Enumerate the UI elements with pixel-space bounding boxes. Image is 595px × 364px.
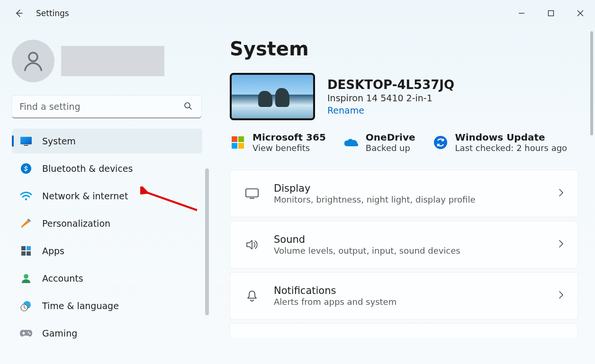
svg-rect-17 xyxy=(27,251,31,256)
close-icon xyxy=(577,10,584,17)
sidebar-item-bluetooth[interactable]: Bluetooth & devices xyxy=(12,156,202,181)
svg-rect-9 xyxy=(20,137,32,144)
device-name: DESKTOP-4L537JQ xyxy=(327,78,454,92)
bell-icon xyxy=(243,289,261,302)
main-content: System DESKTOP-4L537JQ Inspiron 14 5410 … xyxy=(211,27,595,364)
card-notifications[interactable]: Notifications Alerts from apps and syste… xyxy=(230,272,578,320)
svg-line-7 xyxy=(189,107,191,109)
card-title: Sound xyxy=(274,234,460,245)
paintbrush-icon xyxy=(19,217,33,230)
svg-point-6 xyxy=(185,103,190,108)
settings-card-list: Display Monitors, brightness, night ligh… xyxy=(230,170,578,337)
minimize-icon xyxy=(518,10,525,17)
sidebar-item-label: Network & internet xyxy=(42,191,128,201)
search-wrap xyxy=(12,96,202,118)
svg-point-24 xyxy=(29,333,30,334)
sidebar-item-label: System xyxy=(42,136,76,146)
window-title: Settings xyxy=(36,9,69,18)
device-header: DESKTOP-4L537JQ Inspiron 14 5410 2-in-1 … xyxy=(230,73,578,120)
search-icon xyxy=(183,101,193,113)
card-subtitle: Monitors, brightness, night light, displ… xyxy=(274,195,476,204)
sidebar-scrollbar[interactable] xyxy=(205,169,209,315)
apps-icon xyxy=(19,244,33,257)
svg-point-18 xyxy=(24,274,28,279)
svg-rect-33 xyxy=(246,189,258,197)
person-icon xyxy=(21,49,45,73)
svg-rect-31 xyxy=(238,143,244,149)
status-title: Microsoft 365 xyxy=(252,132,326,143)
display-icon xyxy=(243,187,261,200)
device-info: DESKTOP-4L537JQ Inspiron 14 5410 2-in-1 … xyxy=(327,78,454,115)
minimize-button[interactable] xyxy=(507,4,536,23)
svg-rect-15 xyxy=(27,246,31,250)
titlebar: Settings xyxy=(0,0,595,27)
card-display[interactable]: Display Monitors, brightness, night ligh… xyxy=(230,170,578,217)
status-subtitle: View benefits xyxy=(252,143,326,153)
rename-link[interactable]: Rename xyxy=(327,105,364,115)
sidebar-item-accounts[interactable]: Accounts xyxy=(12,266,202,291)
maximize-icon xyxy=(548,10,554,17)
wifi-icon xyxy=(19,189,33,203)
sidebar-item-personalization[interactable]: Personalization xyxy=(12,211,202,236)
arrow-left-icon xyxy=(14,9,24,18)
clock-globe-icon xyxy=(19,299,33,312)
chevron-right-icon xyxy=(558,239,564,250)
status-title: OneDrive xyxy=(366,132,415,143)
status-onedrive[interactable]: OneDrive Backed up xyxy=(343,132,415,153)
desktop-thumbnail[interactable] xyxy=(230,73,315,120)
sound-icon xyxy=(243,239,261,251)
person-icon xyxy=(19,272,33,285)
svg-rect-29 xyxy=(238,136,244,142)
svg-rect-2 xyxy=(549,11,554,16)
card-subtitle: Volume levels, output, input, sound devi… xyxy=(274,246,460,256)
sidebar-item-label: Gaming xyxy=(42,328,77,338)
sidebar-item-label: Time & language xyxy=(42,301,119,311)
sidebar-item-network[interactable]: Network & internet xyxy=(12,184,202,208)
monitor-icon xyxy=(19,134,33,148)
status-subtitle: Backed up xyxy=(366,143,415,153)
page-title: System xyxy=(230,38,578,60)
card-subtitle: Alerts from apps and system xyxy=(274,297,397,307)
window-controls xyxy=(507,4,595,23)
card-title: Notifications xyxy=(274,285,397,296)
sidebar-item-label: Apps xyxy=(42,246,64,256)
nav-list: System Bluetooth & devices Network & int… xyxy=(12,129,202,346)
status-subtitle: Last checked: 2 hours ago xyxy=(455,143,568,153)
card-sound[interactable]: Sound Volume levels, output, input, soun… xyxy=(230,221,578,268)
chevron-right-icon xyxy=(558,290,564,302)
profile-section[interactable] xyxy=(12,40,202,82)
svg-point-23 xyxy=(27,331,29,333)
sidebar-item-gaming[interactable]: Gaming xyxy=(12,321,202,346)
onedrive-icon xyxy=(343,134,359,151)
sidebar-item-apps[interactable]: Apps xyxy=(12,239,202,263)
main-scrollbar[interactable] xyxy=(590,31,593,135)
status-microsoft365[interactable]: Microsoft 365 View benefits xyxy=(230,132,326,153)
sidebar-item-label: Bluetooth & devices xyxy=(42,163,133,174)
svg-rect-14 xyxy=(21,246,26,250)
svg-point-5 xyxy=(29,53,37,61)
sidebar-item-system[interactable]: System xyxy=(12,129,202,153)
close-button[interactable] xyxy=(566,4,595,23)
device-model: Inspiron 14 5410 2-in-1 xyxy=(327,93,454,103)
svg-rect-30 xyxy=(232,143,237,149)
avatar xyxy=(12,40,54,82)
bluetooth-icon xyxy=(19,162,33,175)
search-input[interactable] xyxy=(12,96,201,118)
sidebar-item-label: Accounts xyxy=(42,273,83,284)
sidebar-item-time[interactable]: Time & language xyxy=(12,293,202,318)
back-button[interactable] xyxy=(9,4,28,23)
chevron-right-icon xyxy=(558,188,564,199)
svg-rect-28 xyxy=(232,136,237,142)
maximize-button[interactable] xyxy=(536,4,566,23)
gamepad-icon xyxy=(19,327,33,340)
update-sync-icon xyxy=(433,134,449,151)
sidebar-item-label: Personalization xyxy=(42,218,110,229)
status-title: Windows Update xyxy=(455,132,568,143)
svg-rect-16 xyxy=(21,251,26,256)
svg-point-32 xyxy=(434,136,447,149)
status-row: Microsoft 365 View benefits OneDrive Bac… xyxy=(230,132,578,153)
status-windows-update[interactable]: Windows Update Last checked: 2 hours ago xyxy=(433,132,568,153)
card-next-partial[interactable] xyxy=(230,323,578,337)
microsoft-logo-icon xyxy=(230,134,246,151)
sidebar: System Bluetooth & devices Network & int… xyxy=(0,27,211,364)
